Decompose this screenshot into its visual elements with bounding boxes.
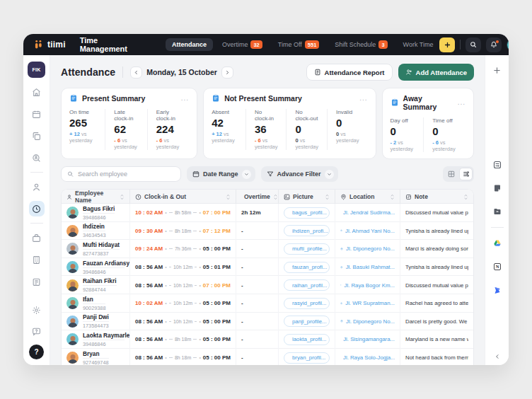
left-sidebar: FIK <box>23 55 50 365</box>
stat-delta: - 6 vs yesterday <box>114 137 138 150</box>
summary-card: Not Present Summary ... Absent 42 + 12 v… <box>203 88 376 159</box>
location-link[interactable]: Jl. Basuki Rahmat... <box>340 264 395 270</box>
list-view-button[interactable] <box>459 168 473 180</box>
sidebar-item-projects[interactable] <box>29 128 45 144</box>
overtime-cell: - <box>236 313 278 331</box>
search-input[interactable] <box>78 170 175 178</box>
work-duration: 10h 12m <box>173 283 192 288</box>
column-header-overtime[interactable]: Overtime <box>236 190 278 204</box>
sidebar-item-settings[interactable] <box>29 302 45 318</box>
sidebar-item-reports[interactable] <box>29 274 45 289</box>
nav-tab[interactable]: Work Time <box>397 38 440 51</box>
stat-value: 224 <box>156 123 180 135</box>
table-row[interactable]: Panji Dwi 173584473 08 : 56 AM • 10h 12m… <box>62 313 473 331</box>
table-header: Employee Name Clock-in & Out Overtime <box>62 190 473 204</box>
widget-sliders[interactable] <box>490 157 505 173</box>
card-menu-button[interactable]: ... <box>458 101 466 104</box>
sort-icon <box>463 194 468 200</box>
location-link[interactable]: Jl. Jendral Sudirma... <box>340 209 395 216</box>
sidebar-item-payroll[interactable] <box>29 230 45 245</box>
clock-in-time: 10 : 02 AM <box>135 209 163 216</box>
table-row[interactable]: Ifan 90029388 10 : 02 AM • 10h 12m • 05 … <box>62 294 473 313</box>
widget-folder[interactable] <box>490 204 505 219</box>
table-body: Bagus Fikri 39486846 10 : 02 AM • 8h 58m… <box>62 204 473 365</box>
table-row[interactable]: Raihan Fikri 92884744 08 : 56 AM • 10h 1… <box>62 276 473 294</box>
table-row[interactable]: Bagus Fikri 39486846 10 : 02 AM • 8h 58m… <box>62 204 473 222</box>
image-icon <box>284 194 290 200</box>
add-attendance-button[interactable]: Add Attendance <box>398 64 474 81</box>
clock-cell: 08 : 56 AM • 8h 18m • 05 : 00 PM <box>129 330 236 349</box>
picture-link[interactable]: panji_profile... <box>284 316 330 327</box>
nav-badge: 32 <box>250 40 262 49</box>
clock-in-time: 09 : 30 AM <box>135 228 163 234</box>
brand[interactable]: tiimi <box>33 40 66 50</box>
grid-view-button[interactable] <box>444 168 458 180</box>
divider <box>122 66 123 78</box>
search-employee-field[interactable] <box>61 166 181 182</box>
sidebar-item-support[interactable] <box>29 323 45 339</box>
notion-icon[interactable]: N <box>490 259 505 274</box>
location-link[interactable]: Jl. Diponegoro No... <box>340 318 395 325</box>
column-header-employee[interactable]: Employee Name <box>62 190 129 204</box>
help-button[interactable]: ? <box>29 345 44 359</box>
location-link[interactable]: Jl. WR Supratman... <box>340 300 395 306</box>
column-header-location[interactable]: Location <box>335 190 400 204</box>
sidebar-item-time-management[interactable] <box>29 201 45 216</box>
location-cell: Jl. Basuki Rahmat... <box>335 258 400 277</box>
location-link[interactable]: Jl. Diponegoro No... <box>340 245 395 252</box>
sliders-icon <box>493 161 502 169</box>
sidebar-item-calendar[interactable] <box>29 106 45 122</box>
location-link[interactable]: Jl. Ahmad Yani No... <box>340 228 395 234</box>
picture-link[interactable]: rasyid_profil... <box>284 298 330 309</box>
picture-link[interactable]: raihan_profil... <box>284 279 330 291</box>
location-link[interactable]: Jl. Raya Bogor Km... <box>340 282 395 289</box>
search-button[interactable] <box>466 37 481 52</box>
folder-icon <box>493 207 502 216</box>
location-link[interactable]: Jl. Raya Solo-Jogja... <box>340 354 395 361</box>
column-header-clock[interactable]: Clock-in & Out <box>129 190 236 204</box>
table-row[interactable]: Ihdizein 34634543 09 : 30 AM • 8h 18m • … <box>62 222 473 241</box>
picture-link[interactable]: bagus_profil... <box>284 207 330 219</box>
table-row[interactable]: Mufti Hidayat 827473837 09 : 24 AM • 7h … <box>62 240 473 258</box>
sidebar-item-recruitment[interactable] <box>29 150 45 166</box>
advance-filter-dropdown[interactable]: Advance Filter <box>261 166 338 182</box>
notifications-button[interactable] <box>486 37 502 52</box>
next-day-button[interactable] <box>221 66 233 79</box>
employee-name: Raihan Fikri <box>83 277 117 286</box>
table-row[interactable]: Laokta Raymarley 39486846 08 : 56 AM • 8… <box>62 330 473 349</box>
nav-tab[interactable]: Time Off551 <box>272 37 326 52</box>
work-duration: 8h 18m <box>175 337 191 342</box>
sidebar-item-employees[interactable] <box>29 179 45 195</box>
widget-notes[interactable] <box>490 180 505 196</box>
collapse-panel-button[interactable] <box>495 354 500 359</box>
picture-link[interactable]: bryan_profil... <box>284 352 330 364</box>
column-header-note[interactable]: Note <box>400 190 473 204</box>
panel-add-button[interactable] <box>490 62 505 78</box>
sidebar-item-home[interactable] <box>29 84 45 100</box>
nav-tab[interactable]: Attendance <box>166 38 213 51</box>
picture-link[interactable]: mufti_profile... <box>284 243 330 255</box>
nav-tab[interactable]: Shift Schedule3 <box>328 37 393 52</box>
prev-day-button[interactable] <box>130 66 142 79</box>
nav-tab[interactable]: Overtime32 <box>216 37 269 52</box>
card-menu-button[interactable]: ... <box>359 97 367 100</box>
card-menu-button[interactable]: ... <box>181 97 189 100</box>
user-avatar[interactable] <box>507 37 509 52</box>
location-link[interactable]: Jl. Sisingamangara... <box>340 336 395 342</box>
table-row[interactable]: Bryan 927469748 08 : 56 AM • 8h 18m • 05… <box>62 349 473 365</box>
picture-link[interactable]: laokta_profil... <box>284 334 330 345</box>
attendance-report-button[interactable]: Attendance Report <box>306 64 393 81</box>
clock-cell: 08 : 56 AM • 8h 18m • 05 : 00 PM <box>129 349 236 365</box>
table-row[interactable]: Fauzan Ardiansyah 39486846 08 : 56 AM • … <box>62 258 473 277</box>
chevron-right-icon <box>225 70 230 75</box>
picture-link[interactable]: ihdizen_profi... <box>284 225 330 236</box>
sidebar-item-company[interactable] <box>29 252 45 267</box>
column-header-picture[interactable]: Picture <box>278 190 335 204</box>
quick-add-button[interactable] <box>439 37 455 52</box>
picture-link[interactable]: fauzan_profi... <box>284 262 330 273</box>
date-range-dropdown[interactable]: Date Range <box>187 166 255 182</box>
workspace-logo[interactable]: FIK <box>28 62 45 78</box>
app-shortcut-icon[interactable] <box>490 282 505 298</box>
clock-out-time: 07 : 00 PM <box>203 209 231 216</box>
google-drive-icon[interactable] <box>490 236 505 251</box>
